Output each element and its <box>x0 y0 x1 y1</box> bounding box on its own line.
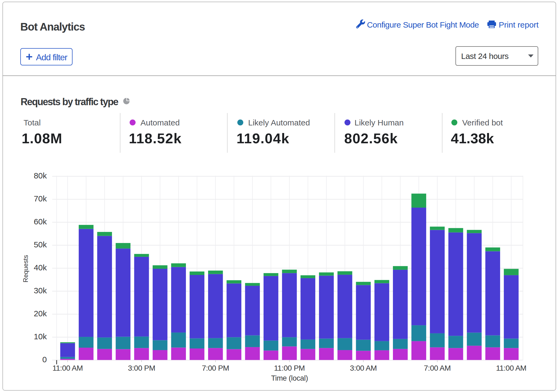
svg-text:7:00 PM: 7:00 PM <box>202 364 229 372</box>
svg-text:Time (local): Time (local) <box>271 374 308 382</box>
svg-text:3:00 PM: 3:00 PM <box>128 364 155 372</box>
svg-text:10k: 10k <box>34 332 47 341</box>
svg-text:11:00 AM: 11:00 AM <box>496 364 526 372</box>
svg-text:80k: 80k <box>34 171 47 180</box>
svg-text:Requests: Requests <box>22 255 29 282</box>
svg-text:3:00 AM: 3:00 AM <box>350 364 377 372</box>
svg-text:30k: 30k <box>34 286 47 295</box>
svg-text:11:00 PM: 11:00 PM <box>274 364 305 372</box>
svg-text:20k: 20k <box>34 309 47 318</box>
svg-text:7:00 AM: 7:00 AM <box>424 364 451 372</box>
svg-text:70k: 70k <box>34 194 47 203</box>
svg-text:11:00 AM: 11:00 AM <box>52 364 83 372</box>
svg-text:50k: 50k <box>34 240 47 249</box>
svg-text:60k: 60k <box>34 217 47 226</box>
svg-text:40k: 40k <box>34 263 47 272</box>
svg-text:0: 0 <box>42 355 47 364</box>
